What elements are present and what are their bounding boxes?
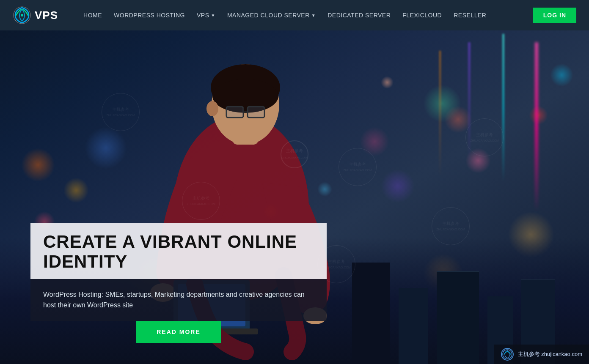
svg-point-1: [21, 14, 23, 16]
managed-cloud-dropdown-arrow: ▼: [311, 13, 316, 18]
bottom-watermark-bar: 主机参考 zhujicankao.com: [494, 345, 589, 364]
hero-description: WordPress Hosting: SMEs, startups, Marke…: [43, 289, 314, 311]
svg-rect-14: [226, 107, 243, 118]
svg-rect-15: [248, 107, 264, 118]
navbar: VPS HOME WORDPRESS HOSTING VPS ▼ MANAGED…: [0, 0, 589, 30]
neon-light-pink: [535, 42, 538, 211]
nav-managed-cloud[interactable]: MANAGED CLOUD SERVER ▼: [227, 12, 316, 19]
hero-content: CREATE A VIBRANT ONLINE IDENTITY WordPre…: [30, 223, 327, 343]
watermark-text: 主机参考 zhujicankao.com: [518, 350, 582, 358]
bokeh-extra-7: [381, 76, 394, 89]
nav-vps[interactable]: VPS ▼: [197, 12, 215, 19]
bokeh-10: [381, 169, 415, 203]
hero-title-box: CREATE A VIBRANT ONLINE IDENTITY: [30, 223, 327, 279]
nav-wordpress-hosting[interactable]: WORDPRESS HOSTING: [114, 12, 185, 19]
nav-reseller[interactable]: RESELLER: [454, 12, 486, 19]
neon-light-purple: [468, 42, 471, 161]
nav-dedicated-server[interactable]: DEDICATED SERVER: [328, 12, 391, 19]
logo[interactable]: VPS: [13, 6, 58, 25]
watermark-icon: [501, 348, 514, 361]
login-button[interactable]: LOG IN: [533, 8, 576, 23]
bokeh-extra-4: [360, 127, 389, 156]
watermark-icon-svg: [502, 349, 512, 359]
neon-light-orange: [439, 51, 441, 178]
bokeh-13: [529, 106, 548, 125]
hero-section: 主机参考ZHUJICANKAO.COM 主机参考ZHUJICANKAO.COM …: [0, 0, 589, 364]
svg-point-10: [206, 101, 218, 116]
svg-point-9: [212, 79, 278, 113]
logo-text: VPS: [35, 9, 58, 22]
nav-links: HOME WORDPRESS HOSTING VPS ▼ MANAGED CLO…: [83, 12, 533, 19]
bokeh-1: [21, 148, 55, 182]
bokeh-11: [550, 63, 573, 87]
nav-flexicloud[interactable]: FLEXICLOUD: [402, 12, 442, 19]
logo-icon: [13, 6, 31, 25]
read-more-button[interactable]: READ MORE: [136, 321, 221, 343]
bokeh-2: [63, 178, 89, 203]
neon-light-teal: [502, 34, 504, 182]
hero-title: CREATE A VIBRANT ONLINE IDENTITY: [43, 232, 314, 271]
hero-description-box: WordPress Hosting: SMEs, startups, Marke…: [30, 279, 327, 321]
vps-dropdown-arrow: ▼: [211, 13, 215, 18]
nav-home[interactable]: HOME: [83, 12, 102, 19]
